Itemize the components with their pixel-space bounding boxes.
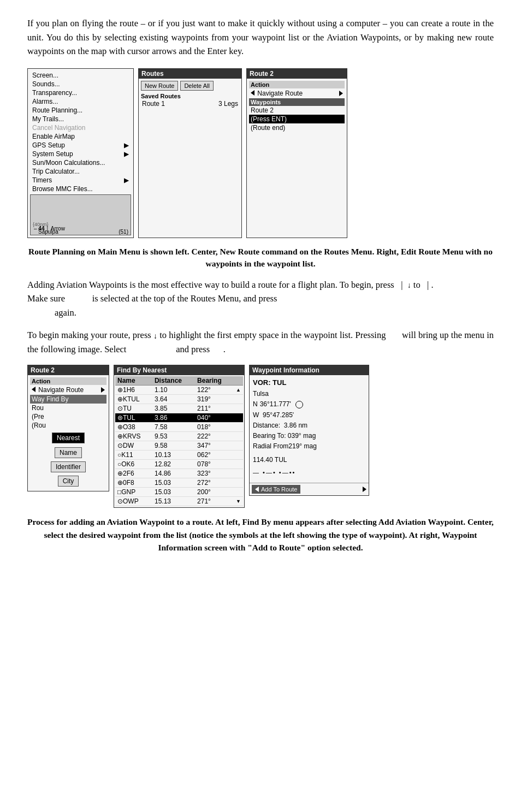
fbn-bearing-cell: 222° (195, 432, 234, 441)
menu-sun-moon[interactable]: Sun/Moon Calculations... (30, 158, 131, 167)
menu-sounds[interactable]: Sounds... (30, 80, 131, 88)
scroll-cell (234, 413, 243, 423)
table-row[interactable]: ⊙DW9.58347° (115, 441, 243, 451)
table-row[interactable]: ⊕0F815.03272° (115, 478, 243, 488)
route2-title: Route 2 (247, 69, 347, 79)
add-tri-right-icon (363, 487, 366, 492)
col-name-header: Name (115, 376, 152, 386)
pre-label: (Pre (30, 412, 106, 421)
find-by-navigate-row[interactable]: Navigate Route (30, 385, 106, 395)
down-arrow-2-icon: ↓ (153, 330, 157, 342)
fbn-dist-cell: 9.58 (152, 441, 195, 451)
find-by-panel-title: Route 2 (28, 365, 109, 375)
triangle-right-icon (339, 91, 343, 96)
n-label: N (253, 399, 258, 410)
fbn-name-cell: ⊕1H6 (115, 386, 152, 395)
name-button[interactable]: Name (55, 447, 82, 458)
routes-screen: Routes New Route Delete All Saved Routes… (138, 68, 242, 238)
table-row[interactable]: □GNP15.03200° (115, 488, 243, 497)
col-bearing-header: Bearing (195, 376, 234, 386)
caption-1: Route Planning on Main Menu is shown lef… (27, 246, 494, 270)
fbn-dist-cell: 12.82 (152, 460, 195, 469)
way-find-by-bar: Way Find By (30, 395, 106, 404)
w-value: 95°47.285' (263, 411, 294, 419)
menu-system-setup[interactable]: System Setup▶ (30, 150, 131, 158)
scroll-cell (234, 451, 243, 460)
screenshots-row-2: Route 2 Action Navigate Route Way Find B… (27, 365, 494, 508)
navigate-route-row[interactable]: Navigate Route (249, 88, 345, 98)
fbn-dist-cell: 3.86 (152, 413, 195, 423)
nearest-button[interactable]: Nearest (52, 432, 85, 443)
find-by-nav-label: Navigate Route (32, 386, 84, 394)
wpi-title: Waypoint Information (250, 365, 369, 375)
menu-timers[interactable]: Timers▶ (30, 176, 131, 185)
find-by-panel-body: Action Navigate Route Way Find By Rou (P… (28, 375, 109, 491)
menu-screen[interactable]: Screen... (30, 71, 131, 80)
table-row[interactable]: ⊕O387.58018° (115, 423, 243, 432)
scroll-cell (234, 404, 243, 413)
add-to-route-button[interactable]: Add To Route (252, 485, 300, 494)
delete-all-button[interactable]: Delete All (180, 81, 213, 91)
scroll-col (234, 376, 243, 386)
col-dist-header: Distance (152, 376, 195, 386)
table-row[interactable]: ○OK612.82078° (115, 460, 243, 469)
fbn-dist-cell: 3.64 (152, 395, 195, 404)
fbn-dist-cell: 1.10 (152, 386, 195, 395)
routes-btn-row: New Route Delete All (141, 81, 239, 91)
find-by-nearest-screen: Find By Nearest Name Distance Bearing ⊕1… (114, 365, 245, 508)
menu-my-trails[interactable]: My Trails... (30, 115, 131, 123)
fbn-dist-cell: 3.85 (152, 404, 195, 413)
routes-body: New Route Delete All Saved Routes Route … (139, 79, 241, 110)
table-row[interactable]: ⊕1H61.10122°▲ (115, 386, 243, 395)
bearing-row: Bearing To: 039° mag (253, 431, 365, 441)
route-1-entry[interactable]: Route 1 3 Legs (141, 99, 239, 108)
menu-enable-airmap[interactable]: Enable AirMap (30, 132, 131, 141)
w-label: W (253, 411, 259, 419)
table-row[interactable]: ⊙TU3.85211° (115, 404, 243, 413)
fbn-dist-cell: 15.13 (152, 497, 195, 506)
wp-route2: Route 2 (249, 106, 345, 115)
fbn-name-cell: ⊕2F6 (115, 469, 152, 478)
w-coord-row: W 95°47.285' (253, 410, 365, 420)
menu-trip-calc[interactable]: Trip Calculator... (30, 167, 131, 176)
fbn-name-cell: ⊛TUL (115, 413, 152, 423)
caption-2: Process for adding an Aviation Waypoint … (27, 515, 494, 554)
table-row[interactable]: ⊙OWP15.13271°▼ (115, 497, 243, 506)
table-row[interactable]: ⊕KTUL3.64319° (115, 395, 243, 404)
wp-press-ent: (Press ENT) (249, 115, 345, 123)
table-row[interactable]: ⊕2F614.86323° (115, 469, 243, 478)
scroll-cell: ▲ (234, 386, 243, 395)
tri-left-icon2 (32, 387, 35, 392)
fbn-name-cell: ⊕KTUL (115, 395, 152, 404)
scroll-cell (234, 488, 243, 497)
menu-transparency[interactable]: Transparency... (30, 88, 131, 97)
route2-action-screen: Route 2 Action Navigate Route Waypoints … (246, 68, 347, 238)
fbn-name-cell: ○K11 (115, 451, 152, 460)
menu-alarms[interactable]: Alarms... (30, 97, 131, 106)
table-row[interactable]: ⊛TUL3.86040° (115, 413, 243, 423)
table-row[interactable]: ○K1110.13062° (115, 451, 243, 460)
fbn-dist-cell: 15.03 (152, 488, 195, 497)
main-menu-body: Screen... Sounds... Transparency... Alar… (28, 69, 133, 238)
menu-browse-mmc[interactable]: Browse MMC Files... (30, 185, 131, 193)
table-row[interactable]: ⊕KRVS9.53222° (115, 432, 243, 441)
coordinates-row: N 36°11.777' (253, 399, 365, 410)
menu-gps-setup[interactable]: GPS Setup▶ (30, 141, 131, 150)
saved-routes-label: Saved Routes (141, 93, 239, 99)
new-route-button[interactable]: New Route (141, 81, 178, 91)
city-name: Tulsa (253, 389, 365, 399)
city-button[interactable]: City (58, 476, 79, 487)
fbn-bearing-cell: 319° (195, 395, 234, 404)
add-to-route-row[interactable]: Add To Route (250, 483, 369, 495)
fbn-name-cell: ⊙OWP (115, 497, 152, 506)
fbn-table: Name Distance Bearing ⊕1H61.10122°▲⊕KTUL… (115, 376, 243, 506)
body-text-1: Adding Aviation Waypoints is the most ef… (27, 278, 494, 320)
triangle-left-icon (251, 90, 254, 96)
screenshots-row-1: Screen... Sounds... Transparency... Alar… (27, 68, 494, 238)
scroll-cell: ▼ (234, 497, 243, 506)
fbn-bearing-cell: 018° (195, 423, 234, 432)
menu-route-planning[interactable]: Route Planning... (30, 106, 131, 115)
identifier-button[interactable]: Identifier (51, 461, 86, 472)
fbn-name-cell: ⊕O38 (115, 423, 152, 432)
fbn-table-container: Name Distance Bearing ⊕1H61.10122°▲⊕KTUL… (114, 375, 244, 507)
